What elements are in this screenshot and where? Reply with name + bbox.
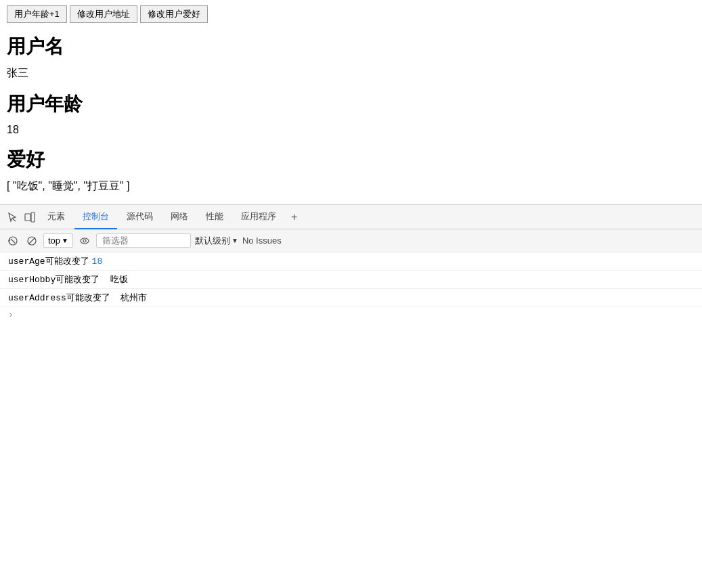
log-level-dropdown-icon: ▼	[232, 237, 238, 244]
console-log-3: userAddress可能改变了 杭州市	[0, 289, 702, 307]
add-tab-button[interactable]: +	[286, 207, 303, 227]
console-output: userAge可能改变了 18 userHobby可能改变了 吃饭 userAd…	[0, 252, 702, 323]
device-toolbar-icon[interactable]	[22, 209, 38, 225]
tab-elements[interactable]: 元素	[39, 205, 73, 229]
tab-application[interactable]: 应用程序	[233, 205, 284, 229]
clear-console-icon[interactable]	[5, 233, 20, 248]
console-log-2: userHobby可能改变了 吃饭	[0, 271, 702, 289]
svg-line-0	[12, 218, 16, 221]
eye-icon[interactable]	[77, 233, 92, 248]
tab-console[interactable]: 控制台	[74, 205, 117, 229]
devtools-panel: 元素 控制台 源代码 网络 性能 应用程序 +	[0, 204, 702, 323]
console-filter-input[interactable]	[96, 233, 191, 248]
log-level-label: 默认级别	[195, 235, 230, 247]
context-value: top	[48, 235, 60, 246]
button-group: 用户年龄+1 修改用户地址 修改用户爱好	[7, 5, 695, 23]
username-label: 用户名	[7, 34, 695, 60]
context-selector[interactable]: top ▼	[43, 233, 73, 248]
svg-line-4	[11, 239, 15, 243]
svg-rect-1	[25, 214, 30, 221]
svg-point-7	[81, 238, 89, 244]
modify-address-button[interactable]: 修改用户地址	[70, 5, 137, 23]
hobby-label: 爱好	[7, 147, 695, 173]
svg-rect-2	[31, 212, 35, 222]
block-icon[interactable]	[24, 233, 39, 248]
console-log-1: userAge可能改变了 18	[0, 252, 702, 271]
tab-network[interactable]: 网络	[162, 205, 196, 229]
log-level-select[interactable]: 默认级别 ▼	[195, 235, 238, 247]
devtools-tabs-bar: 元素 控制台 源代码 网络 性能 应用程序 +	[0, 205, 702, 229]
svg-line-6	[29, 238, 35, 244]
no-issues-label: No Issues	[242, 235, 282, 246]
modify-hobby-button[interactable]: 修改用户爱好	[140, 5, 208, 23]
tab-source[interactable]: 源代码	[118, 205, 161, 229]
username-value: 张三	[7, 66, 695, 81]
devtools-toolbar: top ▼ 默认级别 ▼ No Issues	[0, 229, 702, 252]
hobby-value: [ "吃饭", "睡觉", "打豆豆" ]	[7, 179, 695, 194]
main-content: 用户年龄+1 修改用户地址 修改用户爱好 用户名 张三 用户年龄 18 爱好 […	[0, 0, 702, 194]
tab-performance[interactable]: 性能	[198, 205, 232, 229]
age-label: 用户年龄	[7, 91, 695, 117]
increment-age-button[interactable]: 用户年龄+1	[7, 5, 67, 23]
inspect-element-icon[interactable]	[4, 209, 20, 225]
age-value: 18	[7, 124, 695, 136]
context-dropdown-icon: ▼	[62, 237, 68, 244]
svg-point-8	[83, 240, 86, 242]
console-expand-arrow[interactable]: ›	[0, 307, 702, 323]
